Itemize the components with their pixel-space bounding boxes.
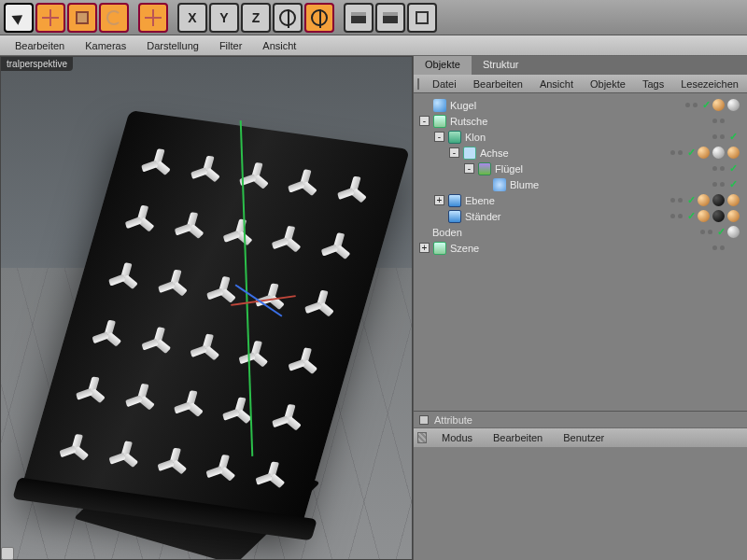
propeller-clone [197,441,250,496]
enable-check-icon[interactable]: ✓ [726,162,740,175]
tree-row-achse[interactable]: -Achse✓ [419,145,745,161]
propeller-clone [99,249,152,303]
visibility-dots[interactable] [710,119,726,123]
visibility-dots[interactable] [683,103,699,107]
visibility-dots[interactable] [710,166,726,171]
material-tag-icon[interactable] [698,210,710,222]
propeller-clone [278,334,331,388]
enable-check-icon[interactable]: ✓ [684,194,698,206]
world-button[interactable] [304,3,334,33]
axis-x-button[interactable]: X [177,3,207,33]
enable-check-icon[interactable]: ✓ [699,99,712,111]
enable-check-icon[interactable]: ✓ [726,131,740,143]
visibility-dots[interactable] [710,134,726,139]
tree-row-szene[interactable]: +Szene [419,240,745,256]
material-tag-icon[interactable] [727,194,740,206]
material-tag-icon[interactable] [727,226,740,238]
tree-spacer [419,227,430,237]
material-tag-icon[interactable] [727,147,740,159]
panel-button[interactable] [407,3,437,33]
enable-check-icon[interactable]: ✓ [714,226,727,238]
tab-objekte[interactable]: Objekte [414,56,472,75]
attr-grip-icon[interactable] [417,432,427,443]
propeller-clone [116,192,169,246]
move2-tool-button[interactable] [138,3,168,33]
visibility-dots[interactable] [710,245,726,250]
move-tool-button[interactable] [35,3,65,33]
tree-row-rutsche[interactable]: -Rutsche [419,113,745,129]
attr-menu-modus[interactable]: Modus [432,430,482,445]
om-menu-bearbeiten[interactable]: Bearbeiten [466,77,530,91]
tree-row-ebene[interactable]: +Ebene✓ [419,192,745,208]
visibility-dots[interactable] [710,182,726,187]
tree-row-blume[interactable]: Blume✓ [419,176,745,192]
3d-viewport[interactable]: tralperspektive [0,56,413,560]
tree-spacer [434,211,444,221]
collapse-icon[interactable]: - [419,116,430,126]
cursor-tool-button[interactable] [4,3,34,33]
menu-kameras[interactable]: Kameras [78,38,134,53]
expand-icon[interactable]: + [419,243,430,253]
om-menu-objekte[interactable]: Objekte [583,77,633,91]
axis-y-button[interactable]: Y [209,3,239,33]
tree-row-flügel[interactable]: -Flügel✓ [419,161,745,176]
tree-item-label: Blume [510,179,539,190]
visibility-dots[interactable] [698,230,714,234]
tab-struktur[interactable]: Struktur [472,56,530,75]
enable-check-icon[interactable]: ✓ [684,210,698,222]
propeller-clone [132,134,185,189]
material-tag-icon[interactable] [712,147,725,159]
expand-icon[interactable]: + [434,195,444,205]
tree-row-boden[interactable]: Boden✓ [419,224,745,240]
tree-row-kugel[interactable]: Kugel✓ [419,97,745,113]
coord-system-button[interactable] [273,3,303,33]
material-tag-icon[interactable] [712,194,725,206]
tag-list [698,147,745,159]
enable-check-icon[interactable]: ✓ [726,178,740,190]
rotate-tool-button[interactable] [99,3,129,33]
panel-grip-icon[interactable] [417,78,419,90]
object-manager-tabs: Objekte Struktur [414,56,747,75]
layer-icon [433,115,446,128]
material-tag-icon[interactable] [727,210,740,222]
menu-ansicht[interactable]: Ansicht [255,38,303,53]
material-tag-icon[interactable] [727,99,740,111]
attributes-menubar: Modus Bearbeiten Benutzer [414,428,747,447]
attr-menu-bearbeiten[interactable]: Bearbeiten [484,430,552,445]
material-tag-icon[interactable] [712,99,725,111]
render-region-button[interactable] [375,3,405,33]
tree-spacer [479,179,489,189]
visibility-dots[interactable] [668,214,684,218]
propeller-clone [262,391,316,445]
material-tag-icon[interactable] [712,210,725,222]
tree-row-ständer[interactable]: Ständer✓ [419,208,745,224]
collapse-icon[interactable]: - [434,132,444,142]
tree-item-label: Szene [450,243,479,254]
material-tag-icon[interactable] [698,194,710,206]
propeller-clone [213,384,266,438]
collapse-icon[interactable]: - [449,147,459,158]
collapse-icon[interactable]: - [464,163,474,174]
tree-item-label: Kugel [450,100,476,111]
material-tag-icon[interactable] [698,147,710,159]
clone-icon [448,131,461,144]
visibility-dots[interactable] [668,198,684,203]
object-tree[interactable]: Kugel✓-Rutsche-Klon✓-Achse✓-Flügel✓Blume… [414,93,747,411]
attr-menu-benutzer[interactable]: Benutzer [554,430,613,445]
propeller-clone [262,213,316,267]
scale-tool-button[interactable] [67,3,97,33]
propeller-clone [246,448,299,502]
menu-filter[interactable]: Filter [212,38,249,53]
attr-toggle-icon[interactable] [419,415,429,425]
om-menu-lesezeichen[interactable]: Lesezeichen [673,77,746,91]
visibility-dots[interactable] [668,150,684,155]
tree-row-klon[interactable]: -Klon✓ [419,129,745,145]
om-menu-tags[interactable]: Tags [635,77,671,91]
render-button[interactable] [344,3,374,33]
enable-check-icon[interactable]: ✓ [684,147,698,159]
om-menu-ansicht[interactable]: Ansicht [532,77,581,91]
axis-z-button[interactable]: Z [241,3,271,33]
menu-darstellung[interactable]: Darstellung [139,38,206,53]
menu-bearbeiten[interactable]: Bearbeiten [7,38,72,53]
om-menu-datei[interactable]: Datei [425,77,464,91]
